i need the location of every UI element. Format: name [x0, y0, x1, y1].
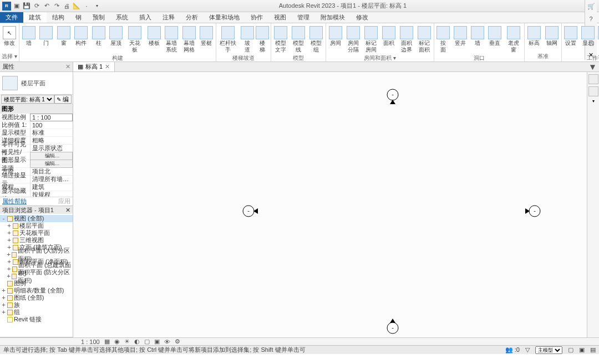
ribbon-tab-3[interactable]: 钢: [70, 12, 87, 23]
ribbon-btn-1-3[interactable]: 构件: [73, 25, 89, 54]
ribbon-btn-1-7[interactable]: 楼板: [146, 25, 162, 54]
elevation-marker-east[interactable]: -: [525, 205, 541, 217]
tree-expander-icon[interactable]: +: [1, 294, 6, 301]
redo-icon[interactable]: ↷: [52, 2, 61, 11]
ribbon-tab-5[interactable]: 系统: [110, 12, 134, 23]
app-icon[interactable]: R: [2, 2, 11, 11]
ribbon-btn-1-1[interactable]: 门: [38, 25, 54, 54]
nav-dropdown-icon[interactable]: ▾: [592, 99, 595, 104]
vcb-reveal-icon[interactable]: ⚙: [175, 338, 180, 345]
prop-value[interactable]: 项目北: [30, 167, 73, 176]
vcb-hide-icon[interactable]: 👁: [164, 339, 170, 345]
vcb-sun-icon[interactable]: ☀: [124, 338, 130, 345]
measure-icon[interactable]: 📐: [72, 2, 81, 11]
ribbon-tab-13[interactable]: 附加模块: [315, 12, 351, 23]
prop-value[interactable]: 编辑…: [30, 152, 73, 160]
ribbon-btn-3-0[interactable]: 模型文字: [272, 25, 289, 54]
ribbon-btn-2-2[interactable]: 楼梯: [255, 25, 270, 54]
vcb-visual-icon[interactable]: ◉: [114, 338, 120, 345]
tab-overflow-icon[interactable]: ⯆: [588, 63, 597, 71]
browser-close-icon[interactable]: ✕: [65, 207, 70, 214]
document-tab[interactable]: ▦ 标高 1 ✕: [73, 62, 115, 71]
scale-selector[interactable]: 1 : 100: [81, 339, 100, 345]
elevation-marker-north[interactable]: -: [387, 89, 399, 104]
ribbon-btn-5-4[interactable]: 老虎窗: [504, 25, 523, 54]
family-selector[interactable]: 楼层平面: 标高 1: [1, 95, 54, 104]
open-icon[interactable]: ▣: [12, 2, 21, 11]
ribbon-btn-5-1[interactable]: 竖井: [453, 25, 469, 54]
tree-expander-icon[interactable]: +: [7, 273, 11, 280]
ribbon-btn-4-4[interactable]: 面积边界: [398, 25, 415, 54]
ribbon-btn-1-6[interactable]: 天花板: [125, 25, 145, 54]
undo-icon[interactable]: ↶: [42, 2, 51, 11]
ribbon-btn-5-0[interactable]: 按面: [435, 25, 451, 54]
ribbon-tab-12[interactable]: 管理: [292, 12, 315, 23]
prop-row-2[interactable]: 显示模型标准: [0, 129, 73, 137]
zoom-region-icon[interactable]: [588, 86, 598, 96]
ribbon-btn-5-2[interactable]: 墙: [470, 25, 486, 54]
ribbon-tab-1[interactable]: 建筑: [23, 12, 47, 23]
apply-button[interactable]: 应用: [58, 197, 70, 206]
type-thumbnail[interactable]: [2, 76, 18, 90]
vcb-detail-icon[interactable]: ▦: [104, 338, 110, 345]
ribbon-btn-3-2[interactable]: 模型组: [308, 25, 324, 54]
prop-value[interactable]: 显示原状态: [30, 144, 73, 152]
ribbon-tab-6[interactable]: 插入: [134, 12, 157, 23]
ribbon-btn-2-1[interactable]: 坡道: [240, 25, 255, 54]
doc-tab-close-icon[interactable]: ✕: [105, 63, 110, 70]
ribbon-btn-6-1[interactable]: 轴网: [544, 25, 560, 53]
prop-value[interactable]: 清理所有墙…: [30, 175, 73, 183]
navwheel-icon[interactable]: [588, 74, 598, 84]
prop-value[interactable]: 标准: [30, 129, 73, 137]
status-icon-1[interactable]: ▢: [568, 346, 573, 353]
prop-value[interactable]: 编辑…: [30, 160, 73, 168]
ribbon-btn-7-0[interactable]: 设置: [563, 25, 579, 54]
tree-node-12[interactable]: +族: [0, 301, 73, 309]
ribbon-btn-1-10[interactable]: 竖梃: [199, 25, 215, 54]
ribbon-btn-4-2[interactable]: 标记房间: [363, 25, 379, 54]
view-canvas[interactable]: - - - -: [73, 72, 587, 337]
tree-node-11[interactable]: +图纸 (全部): [0, 294, 73, 301]
ribbon-btn-1-9[interactable]: 幕墙网格: [181, 25, 197, 54]
status-icon-3[interactable]: ▤: [590, 346, 596, 353]
ribbon-tab-10[interactable]: 协作: [245, 12, 268, 23]
ribbon-btn-4-1[interactable]: 房间分隔: [345, 25, 362, 54]
ribbon-tab-8[interactable]: 分析: [180, 12, 204, 23]
cart-icon[interactable]: 🛒: [587, 2, 596, 11]
tree-node-8[interactable]: +面积平面 (防火分区面积): [0, 273, 73, 280]
prop-row-6[interactable]: 图形显示选项编辑…: [0, 160, 73, 168]
tree-node-14[interactable]: Revit 链接: [0, 316, 73, 323]
prop-value[interactable]: 按规程: [30, 191, 73, 197]
sync-icon[interactable]: ⟳: [32, 2, 41, 11]
vcb-shadow-icon[interactable]: ◐: [134, 338, 140, 345]
ribbon-tab-0[interactable]: 文件: [0, 12, 23, 23]
elevation-marker-south[interactable]: -: [387, 319, 399, 334]
edit-type-button[interactable]: ✎ 编辑类型: [54, 95, 72, 104]
ribbon-tab-14[interactable]: 修改: [351, 12, 374, 23]
qat-dropdown[interactable]: [92, 2, 101, 11]
elevation-marker-west[interactable]: -: [242, 205, 258, 217]
tree-expander-icon[interactable]: +: [7, 265, 11, 273]
prop-row-1[interactable]: 比例值 1:100: [0, 121, 73, 129]
ribbon-btn-6-0[interactable]: 标高: [526, 25, 542, 53]
status-icon-2[interactable]: ▣: [579, 346, 585, 353]
ribbon-tab-7[interactable]: 注释: [157, 12, 180, 23]
prop-row-0[interactable]: 视图比例1 : 100: [0, 114, 73, 121]
ribbon-btn-0-0[interactable]: ↖修改: [1, 25, 18, 53]
tree-expander-icon[interactable]: +: [1, 301, 6, 309]
ribbon-btn-1-2[interactable]: 窗: [55, 25, 72, 54]
prop-value[interactable]: 粗略: [30, 136, 73, 145]
ribbon-tab-9[interactable]: 体量和场地: [204, 12, 245, 23]
vcb-crop2-icon[interactable]: ▣: [154, 338, 160, 345]
workset-selector[interactable]: 主模型: [535, 346, 562, 354]
save-icon[interactable]: 💾: [22, 2, 31, 11]
properties-close-icon[interactable]: ✕: [65, 63, 70, 70]
vcb-crop-icon[interactable]: ▢: [144, 338, 150, 345]
ribbon-btn-1-4[interactable]: 柱: [90, 25, 106, 54]
tree-expander-icon[interactable]: +: [1, 287, 6, 294]
ribbon-btn-1-8[interactable]: 幕墙系统: [164, 25, 180, 54]
tree-expander-icon[interactable]: +: [7, 244, 12, 251]
ribbon-btn-7-2[interactable]: 参照平面: [597, 25, 599, 54]
tree-expander-icon[interactable]: +: [7, 229, 12, 237]
ribbon-btn-1-0[interactable]: 墙: [21, 25, 37, 54]
